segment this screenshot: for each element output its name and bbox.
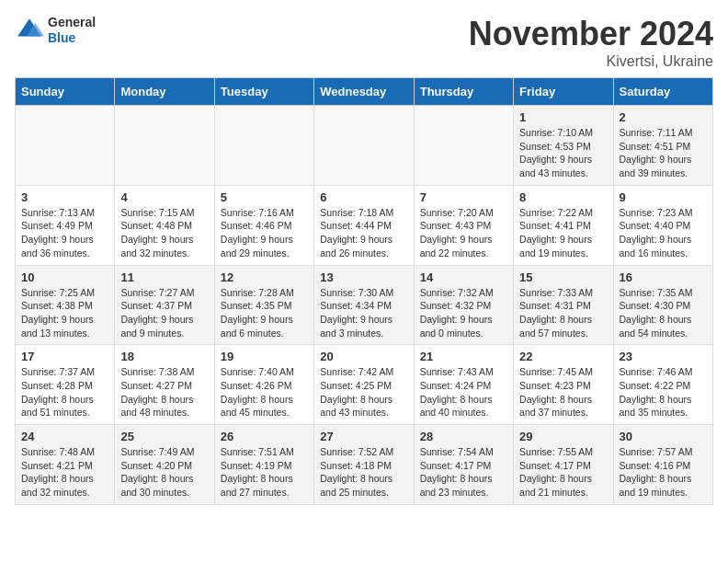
calendar-cell: 3Sunrise: 7:13 AM Sunset: 4:49 PM Daylig… (16, 185, 115, 265)
calendar-week-row: 24Sunrise: 7:48 AM Sunset: 4:21 PM Dayli… (16, 425, 713, 505)
calendar-cell: 17Sunrise: 7:37 AM Sunset: 4:28 PM Dayli… (16, 345, 115, 425)
day-number: 26 (221, 430, 308, 443)
day-info: Sunrise: 7:16 AM Sunset: 4:46 PM Dayligh… (221, 206, 308, 260)
day-info: Sunrise: 7:20 AM Sunset: 4:43 PM Dayligh… (420, 206, 507, 260)
day-info: Sunrise: 7:33 AM Sunset: 4:31 PM Dayligh… (519, 286, 607, 340)
logo-blue: Blue (48, 30, 96, 46)
calendar-cell (414, 106, 513, 186)
calendar-cell: 25Sunrise: 7:49 AM Sunset: 4:20 PM Dayli… (115, 425, 214, 505)
calendar-header-row: SundayMondayTuesdayWednesdayThursdayFrid… (16, 78, 713, 106)
day-number: 30 (620, 430, 707, 443)
calendar-cell: 21Sunrise: 7:43 AM Sunset: 4:24 PM Dayli… (414, 345, 513, 425)
day-info: Sunrise: 7:27 AM Sunset: 4:37 PM Dayligh… (120, 286, 208, 340)
day-info: Sunrise: 7:52 AM Sunset: 4:18 PM Dayligh… (320, 445, 407, 500)
day-number: 3 (21, 190, 108, 204)
logo: General Blue (15, 15, 96, 46)
day-number: 15 (519, 270, 607, 284)
day-number: 2 (620, 110, 707, 124)
day-number: 22 (519, 350, 607, 363)
day-number: 14 (420, 270, 507, 284)
calendar-cell: 22Sunrise: 7:45 AM Sunset: 4:23 PM Dayli… (514, 345, 613, 425)
calendar-cell: 4Sunrise: 7:15 AM Sunset: 4:48 PM Daylig… (115, 185, 214, 265)
day-info: Sunrise: 7:54 AM Sunset: 4:17 PM Dayligh… (420, 445, 507, 500)
day-info: Sunrise: 7:49 AM Sunset: 4:20 PM Dayligh… (120, 445, 208, 500)
calendar-week-row: 17Sunrise: 7:37 AM Sunset: 4:28 PM Dayli… (16, 345, 713, 425)
day-info: Sunrise: 7:13 AM Sunset: 4:49 PM Dayligh… (21, 206, 108, 260)
calendar-cell: 14Sunrise: 7:32 AM Sunset: 4:32 PM Dayli… (414, 265, 513, 345)
day-info: Sunrise: 7:37 AM Sunset: 4:28 PM Dayligh… (21, 365, 108, 419)
day-info: Sunrise: 7:18 AM Sunset: 4:44 PM Dayligh… (320, 206, 407, 260)
day-number: 23 (620, 350, 707, 363)
title-section: November 2024 Kivertsi, Ukraine (469, 15, 713, 70)
day-number: 11 (120, 270, 208, 284)
day-info: Sunrise: 7:51 AM Sunset: 4:19 PM Dayligh… (221, 445, 308, 500)
calendar-cell: 30Sunrise: 7:57 AM Sunset: 4:16 PM Dayli… (613, 425, 712, 505)
day-info: Sunrise: 7:35 AM Sunset: 4:30 PM Dayligh… (620, 286, 707, 340)
month-title: November 2024 (469, 15, 713, 53)
day-number: 19 (221, 350, 308, 363)
calendar-cell: 29Sunrise: 7:55 AM Sunset: 4:17 PM Dayli… (514, 425, 613, 505)
logo-icon (15, 16, 44, 45)
weekday-header: Sunday (16, 78, 115, 106)
logo-general: General (48, 15, 96, 30)
weekday-header: Friday (514, 78, 613, 106)
calendar-cell: 26Sunrise: 7:51 AM Sunset: 4:19 PM Dayli… (214, 425, 313, 505)
day-info: Sunrise: 7:22 AM Sunset: 4:41 PM Dayligh… (519, 206, 607, 260)
calendar-cell: 11Sunrise: 7:27 AM Sunset: 4:37 PM Dayli… (115, 265, 214, 345)
day-info: Sunrise: 7:42 AM Sunset: 4:25 PM Dayligh… (320, 365, 407, 419)
calendar-cell: 1Sunrise: 7:10 AM Sunset: 4:53 PM Daylig… (514, 106, 613, 186)
day-info: Sunrise: 7:15 AM Sunset: 4:48 PM Dayligh… (120, 206, 208, 260)
day-number: 10 (21, 270, 108, 284)
calendar-week-row: 3Sunrise: 7:13 AM Sunset: 4:49 PM Daylig… (16, 185, 713, 265)
day-number: 6 (320, 190, 407, 204)
day-info: Sunrise: 7:23 AM Sunset: 4:40 PM Dayligh… (620, 206, 707, 260)
calendar-cell (115, 106, 214, 186)
day-number: 21 (420, 350, 507, 363)
weekday-header: Wednesday (314, 78, 414, 106)
calendar-cell: 20Sunrise: 7:42 AM Sunset: 4:25 PM Dayli… (314, 345, 414, 425)
day-number: 29 (519, 430, 607, 443)
calendar-cell: 10Sunrise: 7:25 AM Sunset: 4:38 PM Dayli… (16, 265, 115, 345)
day-number: 25 (120, 430, 208, 443)
calendar-cell: 7Sunrise: 7:20 AM Sunset: 4:43 PM Daylig… (414, 185, 513, 265)
day-number: 1 (519, 110, 607, 124)
day-number: 20 (320, 350, 407, 363)
day-info: Sunrise: 7:25 AM Sunset: 4:38 PM Dayligh… (21, 286, 108, 340)
weekday-header: Tuesday (214, 78, 313, 106)
day-info: Sunrise: 7:28 AM Sunset: 4:35 PM Dayligh… (221, 286, 308, 340)
day-number: 7 (420, 190, 507, 204)
day-number: 8 (519, 190, 607, 204)
location-subtitle: Kivertsi, Ukraine (469, 53, 713, 70)
day-info: Sunrise: 7:46 AM Sunset: 4:22 PM Dayligh… (620, 365, 707, 419)
page-header: General Blue November 2024 Kivertsi, Ukr… (15, 15, 713, 70)
day-number: 24 (21, 430, 108, 443)
day-info: Sunrise: 7:57 AM Sunset: 4:16 PM Dayligh… (620, 445, 707, 500)
day-info: Sunrise: 7:11 AM Sunset: 4:51 PM Dayligh… (620, 126, 707, 180)
day-number: 17 (21, 350, 108, 363)
calendar-cell: 19Sunrise: 7:40 AM Sunset: 4:26 PM Dayli… (214, 345, 313, 425)
day-info: Sunrise: 7:45 AM Sunset: 4:23 PM Dayligh… (519, 365, 607, 419)
calendar-table: SundayMondayTuesdayWednesdayThursdayFrid… (15, 77, 713, 505)
calendar-cell: 5Sunrise: 7:16 AM Sunset: 4:46 PM Daylig… (214, 185, 313, 265)
day-info: Sunrise: 7:40 AM Sunset: 4:26 PM Dayligh… (221, 365, 308, 419)
day-number: 13 (320, 270, 407, 284)
calendar-cell: 8Sunrise: 7:22 AM Sunset: 4:41 PM Daylig… (514, 185, 613, 265)
calendar-week-row: 1Sunrise: 7:10 AM Sunset: 4:53 PM Daylig… (16, 106, 713, 186)
calendar-cell: 13Sunrise: 7:30 AM Sunset: 4:34 PM Dayli… (314, 265, 414, 345)
day-info: Sunrise: 7:30 AM Sunset: 4:34 PM Dayligh… (320, 286, 407, 340)
calendar-cell: 23Sunrise: 7:46 AM Sunset: 4:22 PM Dayli… (613, 345, 712, 425)
calendar-cell (214, 106, 313, 186)
calendar-cell: 6Sunrise: 7:18 AM Sunset: 4:44 PM Daylig… (314, 185, 414, 265)
day-number: 16 (620, 270, 707, 284)
calendar-cell: 2Sunrise: 7:11 AM Sunset: 4:51 PM Daylig… (613, 106, 712, 186)
day-info: Sunrise: 7:32 AM Sunset: 4:32 PM Dayligh… (420, 286, 507, 340)
day-info: Sunrise: 7:43 AM Sunset: 4:24 PM Dayligh… (420, 365, 507, 419)
calendar-cell: 9Sunrise: 7:23 AM Sunset: 4:40 PM Daylig… (613, 185, 712, 265)
weekday-header: Monday (115, 78, 214, 106)
calendar-cell (314, 106, 414, 186)
calendar-cell: 15Sunrise: 7:33 AM Sunset: 4:31 PM Dayli… (514, 265, 613, 345)
calendar-week-row: 10Sunrise: 7:25 AM Sunset: 4:38 PM Dayli… (16, 265, 713, 345)
day-number: 9 (620, 190, 707, 204)
weekday-header: Thursday (414, 78, 513, 106)
day-number: 18 (120, 350, 208, 363)
